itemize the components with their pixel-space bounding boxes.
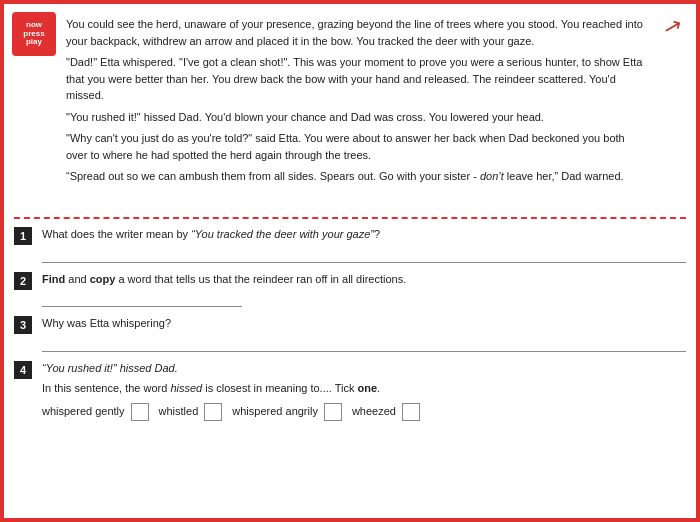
choice-box-whispered-angrily[interactable] <box>324 403 342 421</box>
q1-content: What does the writer mean by “You tracke… <box>42 226 686 263</box>
passage-p4: "Why can't you just do as you're told?" … <box>66 130 646 163</box>
question-3: 3 Why was Etta whispering? <box>14 315 686 352</box>
q1-text: What does the writer mean by “You tracke… <box>42 228 380 240</box>
q2-text: Find and copy a word that tells us that … <box>42 273 406 285</box>
q3-text: Why was Etta whispering? <box>42 317 171 329</box>
choice-label-whistled: whistled <box>159 403 199 420</box>
q4-choices: whispered gently whistled whispered angr… <box>42 403 686 421</box>
passage-p5: “Spread out so we can ambush them from a… <box>66 168 646 185</box>
choice-box-whispered-gently[interactable] <box>131 403 149 421</box>
passage-p2: "Dad!" Etta whispered. "I've got a clean… <box>66 54 646 104</box>
q2-content: Find and copy a word that tells us that … <box>42 271 686 308</box>
q4-number: 4 <box>14 361 32 379</box>
q4-content: “You rushed it!” hissed Dad. In this sen… <box>42 360 686 421</box>
passage: You could see the herd, unaware of your … <box>66 16 646 190</box>
choice-box-wheezed[interactable] <box>402 403 420 421</box>
passage-p1: You could see the herd, unaware of your … <box>66 16 646 49</box>
q4-instruction: In this sentence, the word hissed is clo… <box>42 380 686 397</box>
q1-number: 1 <box>14 227 32 245</box>
choice-label-wheezed: wheezed <box>352 403 396 420</box>
q3-content: Why was Etta whispering? <box>42 315 686 352</box>
q2-answer-line <box>42 291 242 307</box>
logo: now press play <box>12 12 56 56</box>
arrow-icon: ↗︎ <box>661 12 685 42</box>
q3-answer-line <box>42 336 686 352</box>
questions-section: 1 What does the writer mean by “You trac… <box>14 226 686 508</box>
choice-label-whispered-angrily: whispered angrily <box>232 403 318 420</box>
passage-p3: "You rushed it!" hissed Dad. You'd blown… <box>66 109 646 126</box>
choice-box-whistled[interactable] <box>204 403 222 421</box>
q1-answer-line <box>42 247 686 263</box>
q2-number: 2 <box>14 272 32 290</box>
q4-quote: “You rushed it!” hissed Dad. <box>42 360 686 377</box>
question-4: 4 “You rushed it!” hissed Dad. In this s… <box>14 360 686 421</box>
logo-line3: play <box>26 38 42 47</box>
q3-number: 3 <box>14 316 32 334</box>
choice-label-whispered-gently: whispered gently <box>42 403 125 420</box>
section-separator <box>14 217 686 219</box>
question-1: 1 What does the writer mean by “You trac… <box>14 226 686 263</box>
question-2: 2 Find and copy a word that tells us tha… <box>14 271 686 308</box>
